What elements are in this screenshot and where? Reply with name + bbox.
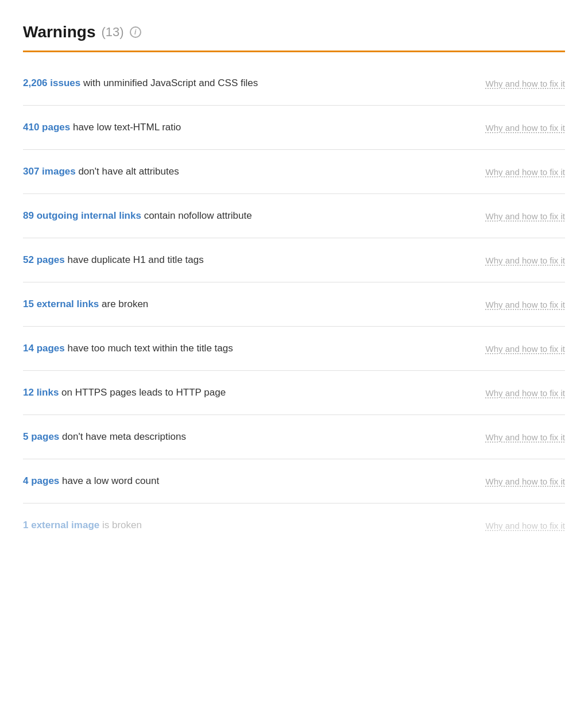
fix-link-long-title[interactable]: Why and how to fix it <box>486 344 565 354</box>
warning-text-nofollow: 89 outgoing internal links contain nofol… <box>23 210 478 222</box>
warning-text-broken-image: 1 external image is broken <box>23 520 478 531</box>
warning-item-duplicate-h1: 52 pages have duplicate H1 and title tag… <box>23 238 565 282</box>
orange-divider <box>23 51 565 52</box>
warning-item-no-meta-desc: 5 pages don't have meta descriptionsWhy … <box>23 415 565 459</box>
warning-link-no-meta-desc[interactable]: 5 pages <box>23 431 59 442</box>
warning-item-low-text-ratio: 410 pages have low text-HTML ratioWhy an… <box>23 106 565 150</box>
warning-link-low-text-ratio[interactable]: 410 pages <box>23 122 70 133</box>
warnings-list: 2,206 issues with unminified JavaScript … <box>23 61 565 547</box>
fix-link-nofollow[interactable]: Why and how to fix it <box>486 211 565 221</box>
fix-link-no-meta-desc[interactable]: Why and how to fix it <box>486 432 565 442</box>
warning-link-broken-image[interactable]: 1 external image <box>23 520 99 530</box>
fix-link-unminified[interactable]: Why and how to fix it <box>486 79 565 88</box>
info-icon[interactable]: i <box>130 26 141 38</box>
page-container: Warnings (13) i 2,206 issues with unmini… <box>0 0 588 570</box>
warning-item-nofollow: 89 outgoing internal links contain nofol… <box>23 194 565 238</box>
fix-link-low-text-ratio[interactable]: Why and how to fix it <box>486 123 565 133</box>
count-badge: (13) <box>102 25 124 40</box>
warning-text-unminified: 2,206 issues with unminified JavaScript … <box>23 78 478 89</box>
fix-link-https-http[interactable]: Why and how to fix it <box>486 388 565 398</box>
fix-link-no-alt-attr[interactable]: Why and how to fix it <box>486 167 565 177</box>
warning-link-broken-external[interactable]: 15 external links <box>23 299 99 309</box>
warning-link-nofollow[interactable]: 89 outgoing internal links <box>23 210 141 221</box>
warning-item-https-http: 12 links on HTTPS pages leads to HTTP pa… <box>23 371 565 415</box>
page-title: Warnings <box>23 23 96 41</box>
fix-link-broken-external[interactable]: Why and how to fix it <box>486 300 565 309</box>
warning-item-broken-image: 1 external image is brokenWhy and how to… <box>23 503 565 547</box>
fix-link-low-word-count[interactable]: Why and how to fix it <box>486 477 565 486</box>
warning-link-unminified[interactable]: 2,206 issues <box>23 78 80 88</box>
warning-link-no-alt-attr[interactable]: 307 images <box>23 166 76 177</box>
warning-item-long-title: 14 pages have too much text within the t… <box>23 327 565 371</box>
warning-link-duplicate-h1[interactable]: 52 pages <box>23 254 65 265</box>
warning-item-low-word-count: 4 pages have a low word countWhy and how… <box>23 459 565 503</box>
warning-link-long-title[interactable]: 14 pages <box>23 343 65 354</box>
warning-link-low-word-count[interactable]: 4 pages <box>23 475 59 486</box>
warning-text-no-meta-desc: 5 pages don't have meta descriptions <box>23 431 478 443</box>
warning-text-long-title: 14 pages have too much text within the t… <box>23 343 478 354</box>
title-row: Warnings (13) i <box>23 23 565 41</box>
fix-link-broken-image[interactable]: Why and how to fix it <box>486 521 565 530</box>
warning-text-https-http: 12 links on HTTPS pages leads to HTTP pa… <box>23 387 478 398</box>
warning-text-duplicate-h1: 52 pages have duplicate H1 and title tag… <box>23 254 478 266</box>
warning-link-https-http[interactable]: 12 links <box>23 387 59 398</box>
warning-text-no-alt-attr: 307 images don't have alt attributes <box>23 166 478 177</box>
warning-item-no-alt-attr: 307 images don't have alt attributesWhy … <box>23 150 565 194</box>
warning-text-broken-external: 15 external links are broken <box>23 299 478 310</box>
warning-item-broken-external: 15 external links are brokenWhy and how … <box>23 282 565 327</box>
fix-link-duplicate-h1[interactable]: Why and how to fix it <box>486 255 565 265</box>
header-section: Warnings (13) i <box>23 23 565 52</box>
warning-text-low-word-count: 4 pages have a low word count <box>23 475 478 487</box>
warning-text-low-text-ratio: 410 pages have low text-HTML ratio <box>23 122 478 133</box>
warning-item-unminified: 2,206 issues with unminified JavaScript … <box>23 61 565 106</box>
